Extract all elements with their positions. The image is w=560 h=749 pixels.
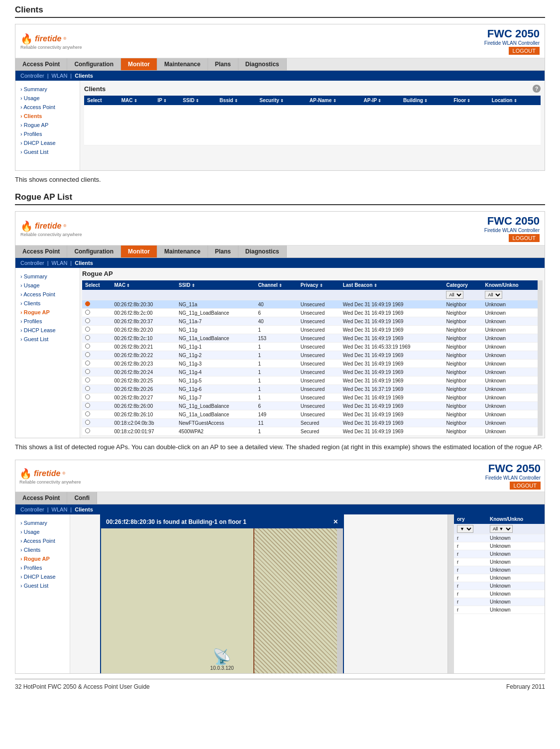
scrollbar-2[interactable] — [538, 280, 543, 436]
col-ssid-1[interactable]: SSID — [180, 96, 217, 105]
radio-btn[interactable] — [85, 310, 90, 315]
nav-plans-2[interactable]: Plans — [208, 246, 238, 257]
cell-radio[interactable] — [82, 402, 111, 410]
dialog-close-icon[interactable]: ✕ — [333, 518, 338, 525]
radio-btn[interactable] — [85, 361, 90, 366]
cell-radio[interactable] — [82, 376, 111, 385]
radio-btn[interactable] — [85, 335, 90, 340]
sidebar-accesspoint-1[interactable]: Access Point — [15, 103, 80, 112]
cell-radio[interactable] — [82, 300, 111, 309]
table-row[interactable]: 00:26:f2:8b:20:21 NG_11g-1 1 Unsecured W… — [82, 343, 538, 351]
col-mac-1[interactable]: MAC — [118, 96, 155, 105]
sidebar-clients-1[interactable]: Clients — [15, 112, 80, 121]
sidebar-usage-2[interactable]: Usage — [15, 281, 80, 290]
sidebar-profiles-2[interactable]: Profiles — [15, 317, 80, 326]
nav-access-point-2[interactable]: Access Point — [15, 246, 67, 257]
table-row[interactable]: 00:26:f2:8b:20:20 NG_11g 1 Unsecured Wed… — [82, 326, 538, 334]
logout-button-2[interactable]: LOGOUT — [509, 234, 540, 242]
sidebar-summary-2[interactable]: Summary — [15, 272, 80, 281]
radio-btn[interactable] — [85, 428, 90, 433]
radio-btn[interactable] — [85, 386, 90, 391]
table-row[interactable]: 00:26:f2:8b:20:37 NG_11a-7 40 Unsecured … — [82, 317, 538, 326]
col-apip-1[interactable]: AP-IP — [361, 96, 400, 105]
table-row[interactable]: 00:26:f2:8b:20:22 NG_11g-2 1 Unsecured W… — [82, 351, 538, 360]
cell-radio[interactable] — [82, 317, 111, 326]
sidebar-clients-3[interactable]: Clients — [15, 545, 70, 554]
nav-access-point-3[interactable]: Access Point — [15, 492, 67, 504]
table-row[interactable]: 00:26:f2:8b:2c:00 NG_11g_LoadBalance 6 U… — [82, 309, 538, 317]
nav-monitor-1[interactable]: Monitor — [121, 58, 157, 70]
sidebar-dhcplease-3[interactable]: DHCP Lease — [15, 572, 70, 581]
cell-radio[interactable] — [82, 368, 111, 376]
radio-btn[interactable] — [85, 369, 90, 374]
radio-btn[interactable] — [85, 327, 90, 332]
nav-maintenance-1[interactable]: Maintenance — [157, 58, 208, 70]
sidebar-usage-1[interactable]: Usage — [15, 94, 80, 103]
table-row[interactable]: 00:18:c2:04:0b:3b NewFTGuestAccess 11 Se… — [82, 419, 538, 427]
sidebar-clients-2[interactable]: Clients — [15, 299, 80, 308]
cell-radio[interactable] — [82, 393, 111, 402]
cell-radio[interactable] — [82, 309, 111, 317]
right-scrollbar[interactable] — [448, 514, 454, 674]
table-row[interactable]: 00:26:f2:8b:20:26 NG_11g-6 1 Unsecured W… — [82, 385, 538, 393]
table-row[interactable]: 00:26:f2:8b:26:10 NG_11a_LoadBalance 149… — [82, 410, 538, 419]
cell-radio[interactable] — [82, 343, 111, 351]
table-row[interactable]: 00:26:f2:8b:20:23 NG_11g-3 1 Unsecured W… — [82, 360, 538, 368]
radio-btn[interactable] — [85, 403, 90, 408]
col-apname-1[interactable]: AP-Name — [307, 96, 361, 105]
col-mac-2[interactable]: MAC — [111, 280, 176, 290]
col-floor-1[interactable]: Floor — [450, 96, 489, 105]
col-security-1[interactable]: Security — [256, 96, 306, 105]
nav-access-point-1[interactable]: Access Point — [15, 58, 67, 70]
cell-radio[interactable] — [82, 334, 111, 343]
logout-button-3[interactable]: LOGOUT — [510, 482, 541, 490]
radio-btn[interactable] — [85, 318, 90, 323]
table-row[interactable]: 00:26:f2:8b:20:24 NG_11g-4 1 Unsecured W… — [82, 368, 538, 376]
cell-radio[interactable] — [82, 427, 111, 436]
nav-monitor-2[interactable]: Monitor — [121, 246, 157, 257]
sidebar-profiles-3[interactable]: Profiles — [15, 563, 70, 572]
sidebar-rogueap-2[interactable]: Rogue AP — [15, 308, 80, 317]
col-bssid-1[interactable]: Bssid — [217, 96, 256, 105]
known-filter[interactable]: All — [485, 291, 502, 299]
known-filter-right[interactable]: All ▼ — [490, 525, 513, 533]
nav-configuration-2[interactable]: Configuration — [67, 246, 121, 257]
radio-btn[interactable] — [85, 394, 90, 399]
cell-radio[interactable] — [82, 410, 111, 419]
col-ssid-2[interactable]: SSID — [176, 280, 255, 290]
radio-btn[interactable] — [85, 377, 90, 382]
col-lastbeacon-2[interactable]: Last Beacon — [340, 280, 444, 290]
sidebar-guestlist-2[interactable]: Guest List — [15, 335, 80, 344]
col-building-1[interactable]: Building — [400, 96, 450, 105]
nav-plans-1[interactable]: Plans — [208, 58, 238, 70]
sidebar-accesspoint-2[interactable]: Access Point — [15, 290, 80, 299]
dialog-scrollbar[interactable] — [337, 528, 343, 674]
nav-configuration-1[interactable]: Configuration — [67, 58, 121, 70]
category-filter[interactable]: All — [446, 291, 463, 299]
sidebar-summary-1[interactable]: Summary — [15, 85, 80, 94]
col-ip-1[interactable]: IP — [155, 96, 180, 105]
cell-radio[interactable] — [82, 385, 111, 393]
col-location-1[interactable]: Location — [489, 96, 541, 105]
radio-btn[interactable] — [85, 344, 90, 349]
category-filter-right[interactable]: ▼ — [457, 525, 473, 533]
logout-button-1[interactable]: LOGOUT — [509, 47, 540, 55]
radio-btn[interactable] — [85, 420, 90, 425]
cell-radio[interactable] — [82, 326, 111, 334]
cell-radio[interactable] — [82, 360, 111, 368]
table-row[interactable]: 00:26:f2:8b:26:00 NG_11g_LoadBalance 6 U… — [82, 402, 538, 410]
table-row[interactable]: 00:26:f2:8b:2c:10 NG_11a_LoadBalance 153… — [82, 334, 538, 343]
sidebar-rogueap-3[interactable]: Rogue AP — [15, 554, 70, 563]
col-privacy-2[interactable]: Privacy — [298, 280, 340, 290]
nav-diagnostics-1[interactable]: Diagnostics — [238, 58, 287, 70]
sidebar-summary-3[interactable]: Summary — [15, 518, 70, 527]
table-row[interactable]: 00:26:f2:8b:20:27 NG_11g-7 1 Unsecured W… — [82, 393, 538, 402]
radio-selected[interactable] — [85, 301, 90, 306]
table-row[interactable]: 00:26:f2:8b:20:30 NG_11a 40 Unsecured We… — [82, 300, 538, 309]
nav-confi-3[interactable]: Confi — [67, 492, 97, 504]
nav-diagnostics-2[interactable]: Diagnostics — [238, 246, 287, 257]
sidebar-rogueap-1[interactable]: Rogue AP — [15, 121, 80, 129]
col-channel-2[interactable]: Channel — [255, 280, 297, 290]
sidebar-profiles-1[interactable]: Profiles — [15, 129, 80, 138]
sidebar-accesspoint-3[interactable]: Access Point — [15, 536, 70, 545]
